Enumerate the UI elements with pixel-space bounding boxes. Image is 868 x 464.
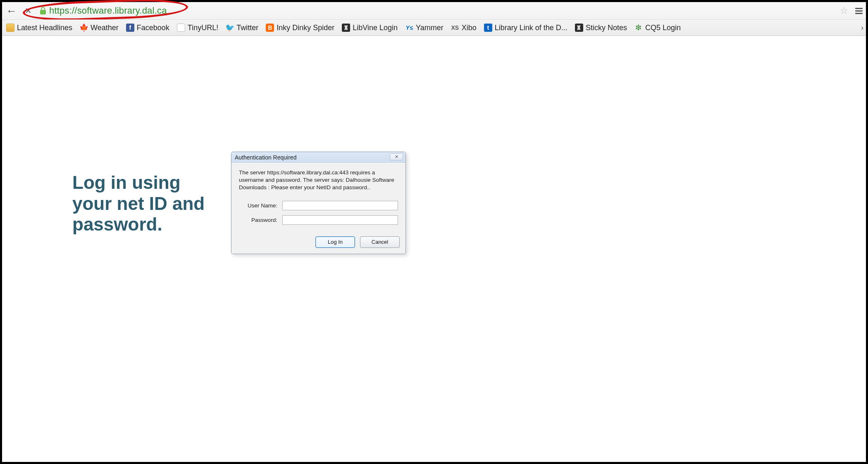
bookmark-label: Library Link of the D...: [495, 24, 568, 32]
xibo-icon: XS: [451, 24, 459, 32]
bookmarks-toolbar: Latest HeadlinesWeatherfFacebookTinyURL!…: [2, 19, 866, 36]
cancel-button[interactable]: Cancel: [360, 236, 400, 248]
bookmark-label: Sticky Notes: [586, 24, 627, 32]
bookmark-item[interactable]: tLibrary Link of the D...: [484, 24, 568, 32]
bookmark-label: Yammer: [416, 24, 444, 32]
dialog-title-text: Authentication Required: [235, 154, 296, 161]
dialog-message: The server https://software.library.dal.…: [239, 169, 398, 192]
liblink-icon: t: [484, 24, 492, 32]
bookmark-item[interactable]: ♜LibVine Login: [342, 24, 398, 32]
bookmark-item[interactable]: ♜Sticky Notes: [575, 24, 627, 32]
yammer-icon: Y≤: [405, 24, 413, 32]
tw-icon: 🐦: [226, 24, 234, 32]
close-icon: ✕: [395, 154, 398, 159]
stop-reload-button[interactable]: ✕: [22, 5, 34, 17]
bookmark-label: Weather: [91, 24, 119, 32]
bookmark-item[interactable]: Latest Headlines: [6, 24, 72, 32]
bookmarks-overflow-icon[interactable]: ›: [861, 24, 863, 32]
instruction-line1: Log in using: [72, 172, 181, 193]
folder-icon: [6, 24, 14, 32]
dialog-body: The server https://software.library.dal.…: [231, 163, 405, 232]
auth-dialog: Authentication Required ✕ The server htt…: [231, 152, 406, 254]
bookmark-item[interactable]: XSXibo: [451, 24, 477, 32]
bookmark-label: TinyURL!: [188, 24, 218, 32]
bookmark-item[interactable]: Weather: [80, 24, 119, 32]
back-button[interactable]: ←: [5, 5, 18, 17]
bookmark-item[interactable]: BInky Dinky Spider: [266, 24, 334, 32]
bookmark-label: Xibo: [462, 24, 477, 32]
url-text: https://software.library.dal.ca: [49, 5, 167, 16]
fb-icon: f: [126, 24, 134, 32]
bookmark-label: CQ5 Login: [645, 24, 681, 32]
libvine-icon: ♜: [342, 24, 350, 32]
bookmark-item[interactable]: Y≤Yammer: [405, 24, 444, 32]
password-row: Password:: [239, 215, 398, 225]
login-button[interactable]: Log In: [315, 236, 355, 248]
dialog-close-button[interactable]: ✕: [390, 153, 403, 160]
weather-icon: [80, 24, 88, 32]
password-input[interactable]: [282, 215, 398, 225]
hamburger-menu-icon[interactable]: [855, 8, 863, 14]
lock-icon: [40, 7, 47, 14]
bookmark-label: Twitter: [236, 24, 258, 32]
dialog-titlebar: Authentication Required ✕: [231, 152, 405, 163]
instruction-line2: your net ID and: [72, 193, 205, 214]
bookmark-label: Latest Headlines: [17, 24, 72, 32]
instruction-text: Log in using your net ID and password.: [72, 172, 205, 235]
username-label: User Name:: [239, 202, 282, 209]
username-input[interactable]: [282, 201, 398, 210]
bookmark-item[interactable]: TinyURL!: [177, 24, 218, 32]
bookmark-item[interactable]: ❇CQ5 Login: [634, 24, 681, 32]
page-content: Log in using your net ID and password. A…: [2, 36, 866, 462]
instruction-line3: password.: [72, 214, 162, 234]
password-label: Password:: [239, 217, 282, 223]
bookmark-label: LibVine Login: [353, 24, 398, 32]
cq5-icon: ❇: [634, 24, 643, 32]
bookmark-label: Facebook: [137, 24, 169, 32]
sticky-icon: ♜: [575, 24, 583, 32]
blogger-icon: B: [266, 24, 274, 32]
address-toolbar: ← ✕ https://software.library.dal.ca ☆: [2, 2, 866, 19]
address-bar[interactable]: https://software.library.dal.ca: [38, 5, 839, 16]
dialog-button-row: Log In Cancel: [231, 232, 405, 254]
username-row: User Name:: [239, 201, 398, 210]
bookmark-star-icon[interactable]: ☆: [839, 6, 849, 15]
doc-icon: [177, 24, 185, 32]
bookmark-item[interactable]: 🐦Twitter: [226, 24, 258, 32]
bookmark-label: Inky Dinky Spider: [277, 24, 334, 32]
bookmark-item[interactable]: fFacebook: [126, 24, 169, 32]
